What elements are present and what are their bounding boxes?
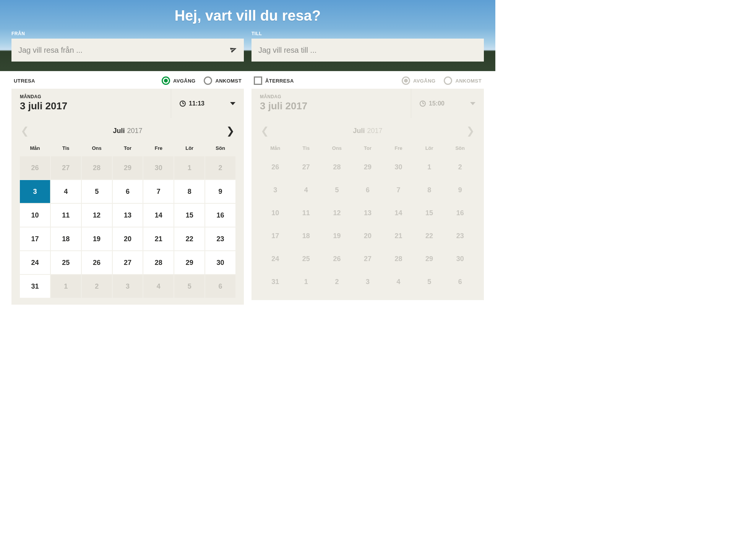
departure-title: UTRESA xyxy=(14,78,35,84)
clock-icon xyxy=(420,101,426,107)
calendar-dow: Mån xyxy=(20,142,50,156)
return-checkbox[interactable]: ÅTERRESA xyxy=(254,76,294,85)
calendar-day: 2 xyxy=(445,156,475,179)
departure-calendar: ❮ Juli2017 ❯ MånTisOnsTorFreLörSön262728… xyxy=(11,118,244,305)
calendar-dow: Fre xyxy=(383,142,414,156)
calendar-day[interactable]: 14 xyxy=(143,204,174,227)
calendar-day[interactable]: 18 xyxy=(51,227,81,250)
calendar-day: 3 xyxy=(113,275,143,298)
calendar-day[interactable]: 13 xyxy=(113,204,143,227)
calendar-day: 29 xyxy=(352,156,383,179)
calendar-day: 21 xyxy=(383,224,414,247)
calendar-day[interactable]: 8 xyxy=(174,180,204,203)
calendar-day: 2 xyxy=(205,156,235,179)
calendar-title: Juli2017 xyxy=(353,127,382,135)
calendar-day: 11 xyxy=(291,201,322,224)
calendar-day[interactable]: 26 xyxy=(82,251,112,274)
departure-time-dropdown[interactable]: 11:13 xyxy=(171,89,244,118)
to-input-wrap[interactable] xyxy=(251,39,484,62)
calendar-day: 6 xyxy=(205,275,235,298)
calendar-day: 31 xyxy=(260,270,291,293)
calendar-title: Juli2017 xyxy=(113,127,142,135)
return-date: 3 juli 2017 xyxy=(260,100,402,112)
return-time-dropdown: 15:00 xyxy=(411,89,484,118)
calendar-day: 30 xyxy=(143,156,174,179)
next-month-button: ❯ xyxy=(466,125,475,137)
calendar-day[interactable]: 21 xyxy=(143,227,174,250)
calendar-day: 9 xyxy=(445,179,475,201)
next-month-button[interactable]: ❯ xyxy=(226,125,235,137)
calendar-day: 30 xyxy=(383,156,414,179)
chevron-down-icon xyxy=(470,102,475,105)
calendar-day: 30 xyxy=(445,247,475,270)
radio-icon xyxy=(444,76,452,85)
locate-icon[interactable] xyxy=(230,46,237,55)
departure-date-display[interactable]: MÅNDAG 3 juli 2017 xyxy=(11,89,171,118)
date-pickers: UTRESA AVGÅNG ANKOMST MÅNDAG 3 juli 2017 xyxy=(0,71,495,305)
calendar-day[interactable]: 16 xyxy=(205,204,235,227)
hero-banner: Hej, vart vill du resa? FRÅN TILL xyxy=(0,0,495,71)
departure-calendar-grid: MånTisOnsTorFreLörSön2627282930123456789… xyxy=(11,141,244,302)
calendar-day: 18 xyxy=(291,224,322,247)
calendar-day[interactable]: 6 xyxy=(113,180,143,203)
calendar-day: 4 xyxy=(143,275,174,298)
calendar-day[interactable]: 28 xyxy=(143,251,174,274)
calendar-day[interactable]: 25 xyxy=(51,251,81,274)
calendar-day[interactable]: 20 xyxy=(113,227,143,250)
calendar-day: 26 xyxy=(260,156,291,179)
to-input[interactable] xyxy=(258,46,477,55)
calendar-day: 4 xyxy=(383,270,414,293)
calendar-day: 5 xyxy=(414,270,445,293)
calendar-day: 2 xyxy=(321,270,352,293)
calendar-day[interactable]: 27 xyxy=(113,251,143,274)
departure-radio-depart[interactable]: AVGÅNG xyxy=(162,76,196,85)
calendar-day: 23 xyxy=(445,224,475,247)
calendar-day: 3 xyxy=(352,270,383,293)
return-mode-radios: AVGÅNG ANKOMST xyxy=(402,76,482,85)
return-radio-depart[interactable]: AVGÅNG xyxy=(402,76,436,85)
from-input[interactable] xyxy=(18,46,230,55)
calendar-day: 27 xyxy=(291,156,322,179)
calendar-day[interactable]: 10 xyxy=(20,204,50,227)
return-radio-arrive[interactable]: ANKOMST xyxy=(444,76,482,85)
calendar-day: 14 xyxy=(383,201,414,224)
calendar-day[interactable]: 22 xyxy=(174,227,204,250)
calendar-day: 24 xyxy=(260,247,291,270)
calendar-day[interactable]: 24 xyxy=(20,251,50,274)
calendar-day[interactable]: 19 xyxy=(82,227,112,250)
calendar-day[interactable]: 29 xyxy=(174,251,204,274)
calendar-day: 6 xyxy=(445,270,475,293)
departure-date-box: MÅNDAG 3 juli 2017 11:13 xyxy=(11,89,244,118)
calendar-day[interactable]: 4 xyxy=(51,180,81,203)
calendar-day[interactable]: 17 xyxy=(20,227,50,250)
calendar-day[interactable]: 5 xyxy=(82,180,112,203)
calendar-day[interactable]: 9 xyxy=(205,180,235,203)
calendar-day[interactable]: 31 xyxy=(20,275,50,298)
radio-selected-icon xyxy=(402,76,410,85)
to-column: TILL xyxy=(251,31,484,62)
calendar-day[interactable]: 3 xyxy=(20,180,50,203)
departure-radio-arrive[interactable]: ANKOMST xyxy=(204,76,242,85)
calendar-day[interactable]: 15 xyxy=(174,204,204,227)
search-row: FRÅN TILL xyxy=(11,31,484,62)
return-header: ÅTERRESA AVGÅNG ANKOMST xyxy=(251,71,484,89)
calendar-day[interactable]: 7 xyxy=(143,180,174,203)
calendar-day: 10 xyxy=(260,201,291,224)
calendar-day[interactable]: 11 xyxy=(51,204,81,227)
calendar-day[interactable]: 30 xyxy=(205,251,235,274)
departure-header: UTRESA AVGÅNG ANKOMST xyxy=(11,71,244,89)
calendar-day[interactable]: 23 xyxy=(205,227,235,250)
calendar-nav: ❮ Juli2017 ❯ xyxy=(251,118,484,141)
departure-weekday: MÅNDAG xyxy=(20,94,162,99)
from-input-wrap[interactable] xyxy=(11,39,244,62)
return-date-display: MÅNDAG 3 juli 2017 xyxy=(251,89,411,118)
calendar-day[interactable]: 12 xyxy=(82,204,112,227)
return-date-box: MÅNDAG 3 juli 2017 15:00 xyxy=(251,89,484,118)
calendar-day: 25 xyxy=(291,247,322,270)
calendar-day: 12 xyxy=(321,201,352,224)
return-calendar: ❮ Juli2017 ❯ MånTisOnsTorFreLörSön262728… xyxy=(251,118,484,300)
calendar-dow: Tor xyxy=(352,142,383,156)
calendar-day: 26 xyxy=(321,247,352,270)
calendar-day: 6 xyxy=(352,179,383,201)
calendar-dow: Lör xyxy=(414,142,445,156)
